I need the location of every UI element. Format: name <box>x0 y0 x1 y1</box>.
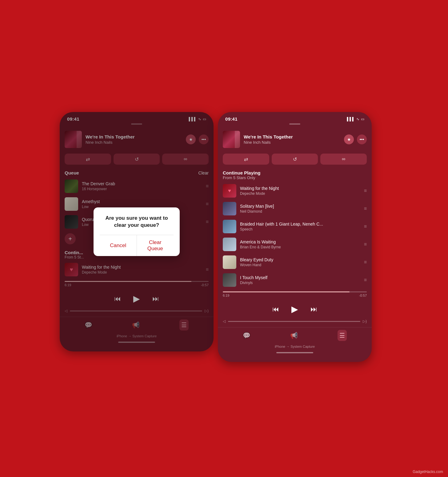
continue-header-right: Continue Playing From 5 Stars Only <box>218 168 372 182</box>
clear-queue-dialog: Are you sure you want to clear your queu… <box>94 207 180 256</box>
time-start-right: 6:19 <box>223 294 229 297</box>
r-drag-3[interactable]: ≡ <box>364 224 367 229</box>
r-thumb-2 <box>223 202 236 215</box>
time-end-right: -0:57 <box>359 294 367 297</box>
np-artist-right: Nine Inch Nails <box>244 140 340 145</box>
r-song-info-1: Waiting for the Night Depeche Mode <box>240 186 360 196</box>
dialog-buttons: Cancel Clear Queue <box>100 235 174 256</box>
r-thumb-3 <box>223 220 236 233</box>
r-drag-6[interactable]: ≡ <box>364 277 367 283</box>
r-drag-4[interactable]: ≡ <box>364 242 367 247</box>
queue-icon-right[interactable]: ☰ <box>338 330 347 341</box>
continue-playing-label: Continue Playing <box>223 170 261 175</box>
r-song-info-5: Bleary Eyed Duty Woven Hand <box>240 257 360 267</box>
airplay-icon-right[interactable]: 📢 <box>290 332 298 339</box>
battery-icon-right: ▭ <box>361 117 364 121</box>
r-song-artist-3: Speech <box>240 227 360 231</box>
status-icons-right: ▌▌▌ ∿ ▭ <box>347 117 364 121</box>
r-queue-item-2[interactable]: Solitary Man [live] Neil Diamond ≡ <box>218 200 372 218</box>
r-queue-item-4[interactable]: America Is Waiting Brian Eno & David Byr… <box>218 235 372 253</box>
r-thumb-5 <box>223 255 236 269</box>
r-queue-item-6[interactable]: I Touch Myself Divinyls ≡ <box>218 271 372 289</box>
dialog-overlay: Are you sure you want to clear your queu… <box>60 112 214 351</box>
signal-icon-right: ▌▌▌ <box>347 117 355 121</box>
r-queue-item-1[interactable]: ♥ Waiting for the Night Depeche Mode ≡ <box>218 182 372 200</box>
progress-fill-right <box>223 291 350 292</box>
playback-controls-right: ⏮ ▶ ⏭ <box>218 299 372 317</box>
np-actions-right: ★ ••• <box>344 134 367 144</box>
r-song-artist-4: Brian Eno & David Byrne <box>240 245 360 249</box>
progress-right: 6:19 -0:57 <box>218 289 372 299</box>
continue-sub-right: From 5 Stars Only <box>223 175 261 180</box>
more-button-right[interactable]: ••• <box>357 134 367 144</box>
r-song-info-2: Solitary Man [live] Neil Diamond <box>240 204 360 214</box>
r-drag-5[interactable]: ≡ <box>364 259 367 265</box>
r-song-info-4: America Is Waiting Brian Eno & David Byr… <box>240 239 360 249</box>
r-drag-1[interactable]: ≡ <box>364 188 367 194</box>
r-song-info-6: I Touch Myself Divinyls <box>240 275 360 285</box>
r-song-artist-1: Depeche Mode <box>240 191 360 196</box>
wifi-icon-right: ∿ <box>356 117 359 121</box>
home-indicator-right <box>276 352 313 353</box>
lyrics-icon-right[interactable]: 💬 <box>243 332 250 339</box>
r-queue-item-3[interactable]: Braided Hair (with 1 Giant Leap, Neneh C… <box>218 218 372 235</box>
r-song-artist-2: Neil Diamond <box>240 209 360 214</box>
rewind-button-right[interactable]: ⏮ <box>272 305 279 313</box>
r-song-title-4: America Is Waiting <box>240 239 360 244</box>
album-art-right <box>223 131 240 148</box>
star-button-right[interactable]: ★ <box>344 134 354 144</box>
r-song-title-1: Waiting for the Night <box>240 186 360 191</box>
main-container: 09:41 ▌▌▌ ∿ ▭ We're In This Together Nin… <box>55 106 393 371</box>
r-queue-item-5[interactable]: Bleary Eyed Duty Woven Hand ≡ <box>218 253 372 271</box>
repeat-button-right[interactable]: ↺ <box>272 154 318 165</box>
r-drag-2[interactable]: ≡ <box>364 206 367 211</box>
r-song-title-2: Solitary Man [live] <box>240 204 360 209</box>
dialog-title: Are you sure you want to clear your queu… <box>100 215 174 228</box>
r-thumb-1: ♥ <box>223 184 236 198</box>
watermark: GadgetHacks.com <box>413 470 443 474</box>
vol-high-icon-right: ▷) <box>363 319 367 323</box>
r-thumb-6 <box>223 273 236 287</box>
np-title-right: We're In This Together <box>244 134 340 139</box>
drag-handle-right[interactable] <box>289 123 300 125</box>
volume-row-right: ◁ ▷) <box>218 317 372 327</box>
r-thumb-4 <box>223 238 236 251</box>
phone-right: 09:41 ▌▌▌ ∿ ▭ We're In This Together Nin… <box>218 112 372 362</box>
shuffle-button-right[interactable]: ⇄ <box>223 154 269 165</box>
bottom-label-right: iPhone → System Capture <box>218 343 372 351</box>
continue-title-right: Continue Playing From 5 Stars Only <box>223 170 261 180</box>
status-bar-right: 09:41 ▌▌▌ ∿ ▭ <box>218 112 372 123</box>
r-song-info-3: Braided Hair (with 1 Giant Leap, Neneh C… <box>240 222 360 231</box>
r-song-artist-6: Divinyls <box>240 281 360 285</box>
dialog-confirm-button[interactable]: Clear Queue <box>137 235 174 256</box>
r-song-artist-5: Woven Hand <box>240 263 360 267</box>
forward-button-right[interactable]: ⏭ <box>310 305 317 313</box>
now-playing-right: We're In This Together Nine Inch Nails ★… <box>218 128 372 150</box>
time-right: 09:41 <box>225 116 238 122</box>
progress-times-right: 6:19 -0:57 <box>223 294 367 297</box>
r-song-title-3: Braided Hair (with 1 Giant Leap, Neneh C… <box>240 222 360 226</box>
bottom-bar-right: 💬 📢 ☰ <box>218 327 372 343</box>
controls-row-right: ⇄ ↺ ∞ <box>218 150 372 168</box>
phone-left: 09:41 ▌▌▌ ∿ ▭ We're In This Together Nin… <box>60 112 214 351</box>
dialog-cancel-button[interactable]: Cancel <box>100 235 137 256</box>
progress-bar-right[interactable] <box>223 291 367 292</box>
infinity-button-right[interactable]: ∞ <box>320 154 367 165</box>
r-song-title-5: Bleary Eyed Duty <box>240 257 360 262</box>
play-button-right[interactable]: ▶ <box>291 304 298 314</box>
vol-bar-right[interactable] <box>228 321 360 322</box>
r-song-title-6: I Touch Myself <box>240 275 360 280</box>
now-playing-info-right: We're In This Together Nine Inch Nails <box>244 134 340 145</box>
vol-low-icon-right: ◁ <box>223 319 226 323</box>
